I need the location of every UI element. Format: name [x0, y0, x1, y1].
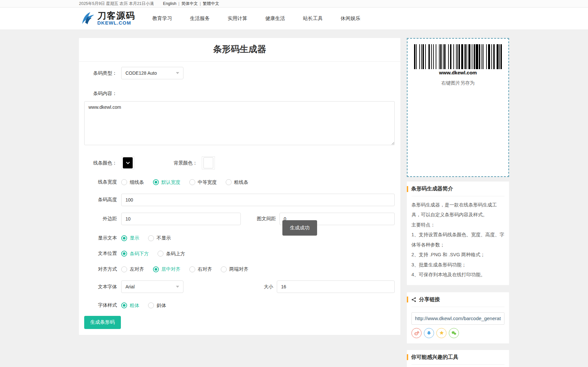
radio-label: 左对齐 [130, 266, 144, 272]
lang-link-1[interactable]: 简体中文 [181, 1, 198, 7]
text-pos-label: 文本位置 [84, 250, 117, 257]
font-style-option-1[interactable]: 斜体 [148, 302, 166, 309]
radio-label: 粗体 [130, 302, 139, 309]
intro-title: 条形码生成器简介 [411, 185, 453, 192]
wechat-icon[interactable] [449, 328, 459, 338]
barcode-preview-box: www.dkewl.com 右键图片另存为 [407, 38, 509, 177]
radio-label: 细线条 [130, 179, 144, 185]
section-accent-bar [407, 186, 408, 192]
text-pos-radio-group: 条码下方条码上方 [121, 250, 194, 257]
radio-label: 中等宽度 [198, 179, 217, 185]
line-width-option-2[interactable]: 中等宽度 [189, 179, 217, 185]
logo-icon [79, 10, 95, 27]
section-accent-bar [407, 297, 408, 302]
intro-line-1: 主要特点： [411, 220, 504, 230]
chevron-down-icon [126, 162, 130, 164]
save-hint-text: 右键图片另存为 [408, 80, 508, 86]
intro-line-0: 条形码生成器，是一款在线条形码生成工具，可以自定义条形码内容及样式。 [411, 200, 504, 220]
qq-icon[interactable] [424, 328, 434, 338]
content-label: 条码内容： [84, 90, 117, 97]
barcode-generator-card: 条形码生成器 条码类型： CODE128 Auto 条码内容： www.dkew… [79, 38, 400, 335]
tools-grid: 创建网页快...商品条码查询LED滚动文...诗文起名在线闹钟二十四节气生辰八字… [411, 365, 504, 367]
show-text-option-1[interactable]: 不显示 [148, 235, 171, 241]
intro-line-4: 3、批量生成条形码功能； [411, 260, 504, 270]
barcode-content-textarea[interactable]: www.dkewl.com [84, 101, 395, 145]
share-icon [411, 297, 417, 302]
share-title: 分享链接 [419, 296, 440, 303]
align-option-2[interactable]: 右对齐 [189, 266, 212, 272]
separator: | [179, 1, 180, 6]
radio-icon [158, 251, 163, 257]
show-text-radio-group: 显示不显示 [121, 235, 180, 241]
barcode-type-select[interactable]: CODE128 Auto [121, 67, 183, 79]
align-radio-group: 左对齐居中对齐右对齐两端对齐 [121, 266, 257, 273]
size-input[interactable] [277, 280, 395, 293]
nav-item-3[interactable]: 健康生活 [262, 13, 288, 24]
logo-subtitle: DKEWL.COM [97, 20, 135, 26]
align-option-3[interactable]: 两端对齐 [221, 266, 248, 272]
success-toast: 生成成功 [282, 220, 317, 236]
radio-label: 条码下方 [130, 251, 149, 257]
nav-item-5[interactable]: 休闲娱乐 [337, 13, 364, 24]
page-title: 条形码生成器 [79, 38, 400, 62]
show-text-option-0[interactable]: 显示 [121, 235, 139, 241]
font-select[interactable]: Arial [121, 280, 183, 293]
line-color-picker[interactable] [121, 156, 134, 169]
bg-color-picker[interactable] [202, 156, 215, 169]
barcode-bars [414, 44, 502, 69]
line-width-option-1[interactable]: 默认宽度 [153, 179, 180, 185]
bar-height-input[interactable] [121, 194, 395, 206]
site-logo[interactable]: 刀客源码 DKEWL.COM [79, 10, 135, 27]
radio-icon [148, 235, 154, 241]
align-option-1[interactable]: 居中对齐 [153, 266, 180, 272]
radio-icon [226, 179, 232, 185]
align-option-0[interactable]: 左对齐 [121, 266, 144, 272]
text-pos-option-0[interactable]: 条码下方 [121, 251, 149, 257]
radio-icon [153, 266, 159, 272]
line-color-label: 线条颜色： [84, 160, 117, 166]
generate-button[interactable]: 生成条形码 [84, 316, 121, 329]
radio-label: 两端对齐 [229, 266, 248, 272]
site-header: 刀客源码 DKEWL.COM 教育学习生活服务实用计算健康生活站长工具休闲娱乐 [0, 8, 588, 30]
radio-label: 显示 [130, 235, 139, 241]
lang-link-0[interactable]: English [163, 1, 177, 6]
lang-link-2[interactable]: 繁體中文 [203, 1, 219, 7]
barcode-type-label: 条码类型： [84, 70, 117, 76]
tools-title: 你可能感兴趣的工具 [411, 354, 458, 361]
text-pos-option-1[interactable]: 条码上方 [158, 251, 185, 257]
radio-label: 默认宽度 [161, 179, 180, 185]
tools-card: 你可能感兴趣的工具 创建网页快...商品条码查询LED滚动文...诗文起名在线闹… [407, 350, 509, 367]
barcode-image[interactable]: www.dkewl.com [414, 44, 502, 75]
nav-item-1[interactable]: 生活服务 [187, 13, 213, 24]
weibo-icon[interactable] [411, 328, 422, 338]
gap-label: 图文间距 [256, 216, 276, 222]
margin-input[interactable] [121, 213, 241, 225]
size-label: 大小 [264, 284, 273, 290]
font-style-option-0[interactable]: 粗体 [121, 302, 139, 309]
nav-item-0[interactable]: 教育学习 [149, 13, 175, 24]
barcode-type-value: CODE128 Auto [125, 70, 157, 76]
nav-item-2[interactable]: 实用计算 [224, 13, 251, 24]
line-width-option-3[interactable]: 粗线条 [226, 179, 249, 185]
radio-label: 粗线条 [234, 179, 249, 185]
intro-line-5: 4、可保存到本地及在线打印功能。 [411, 270, 504, 280]
nav-item-4[interactable]: 站长工具 [300, 13, 326, 24]
radio-icon [121, 266, 127, 272]
line-width-option-0[interactable]: 细线条 [121, 179, 144, 185]
radio-icon [153, 179, 159, 185]
chevron-down-icon [176, 286, 179, 288]
line-width-radio-group: 细线条默认宽度中等宽度粗线条 [121, 179, 257, 185]
radio-icon [121, 179, 127, 185]
top-bar: 2025年5月9日 星期五 农历 本月21日小满 English|简体中文|繁體… [0, 0, 588, 8]
intro-text: 条形码生成器，是一款在线条形码生成工具，可以自定义条形码内容及样式。主要特点：1… [411, 196, 504, 280]
radio-label: 不显示 [157, 235, 171, 241]
radio-icon [121, 302, 127, 308]
intro-line-2: 1、支持设置条码线条颜色、宽度、高度、字体等各种参数； [411, 230, 504, 250]
line-width-label: 线条宽度 [84, 179, 117, 185]
radio-icon [189, 179, 195, 185]
radio-icon [148, 302, 154, 308]
barcode-caption: www.dkewl.com [414, 70, 502, 75]
language-switcher: English|简体中文|繁體中文 [163, 1, 219, 7]
share-url-input[interactable] [411, 312, 504, 325]
qzone-icon[interactable] [436, 328, 446, 338]
